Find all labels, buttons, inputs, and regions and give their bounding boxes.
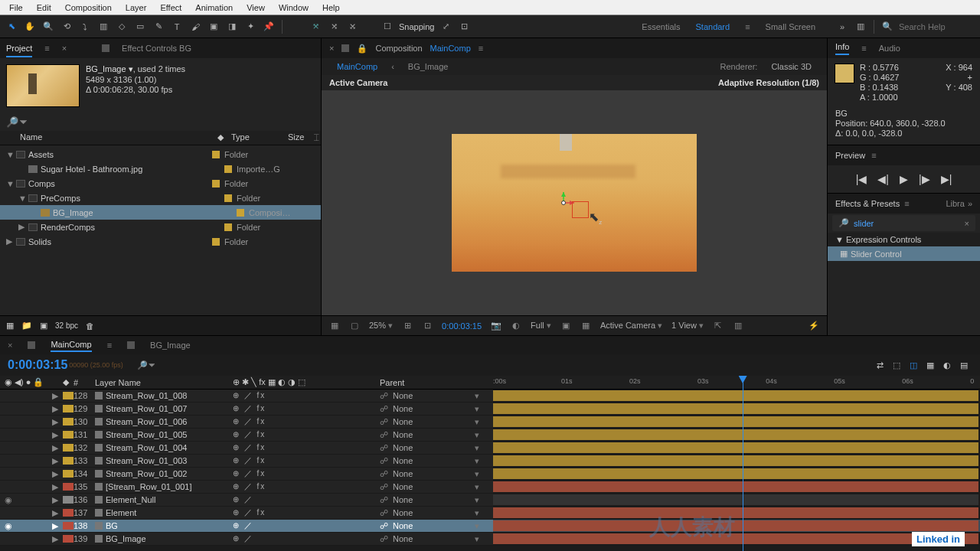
menu-effect[interactable]: Effect [154, 2, 188, 14]
pixel-aspect-icon[interactable]: ▥ [733, 321, 743, 331]
home-icon[interactable]: ⬉ [5, 20, 18, 34]
layer-row-138[interactable]: ◉▶138BG⊕ ／☍None▾ [0, 520, 493, 533]
layer-row-135[interactable]: ▶135[Stream_Row_01_001]⊕ ／ fx☍None▾ [0, 481, 493, 494]
interpret-icon[interactable]: ▦ [6, 321, 14, 331]
workspace-essentials[interactable]: Essentials [642, 22, 680, 31]
camera-icon[interactable]: ▥ [96, 20, 110, 34]
trash-icon[interactable]: 🗑 [86, 321, 94, 331]
project-tree[interactable]: ▼AssetsFolderSugar Hotel - Bathroom.jpgI… [0, 145, 321, 315]
layer-row-139[interactable]: ▶139BG_Image⊕ ／☍None▾ [0, 533, 493, 546]
selection-box[interactable] [572, 201, 589, 218]
comp-name[interactable]: MainComp [430, 44, 471, 53]
tab-audio[interactable]: Audio [879, 44, 900, 53]
tab-effect-controls[interactable]: Effect Controls BG [122, 41, 191, 56]
overflow-icon[interactable]: » [835, 20, 849, 34]
pen-icon[interactable]: ✎ [152, 20, 165, 34]
new-folder-icon[interactable]: 📁 [21, 321, 32, 331]
layer-row-128[interactable]: ▶128Stream_Row_01_008⊕ ／ fx☍None▾ [0, 390, 493, 403]
axis-world-icon[interactable]: ⤨ [327, 20, 341, 34]
motion-blur-icon[interactable]: ◐ [943, 360, 951, 370]
snap-opt1-icon[interactable]: ⤢ [439, 20, 453, 34]
close-icon[interactable]: × [8, 341, 12, 350]
snap-opt2-icon[interactable]: ⊡ [458, 20, 472, 34]
tree-item-bg-image[interactable]: BG_ImageComposi… [0, 205, 321, 220]
orbit-icon[interactable]: ⟲ [60, 20, 74, 34]
play-button[interactable]: ▶ [900, 173, 908, 185]
close-icon[interactable]: × [62, 44, 67, 53]
composition-viewer[interactable]: ⬉z [322, 90, 827, 315]
workspace-standard[interactable]: Standard [696, 22, 730, 31]
menu-layer[interactable]: Layer [119, 2, 153, 14]
current-timecode[interactable]: 0:00:03:15 [8, 358, 67, 372]
comp-button-icon[interactable]: ⬚ [893, 360, 900, 370]
clear-icon[interactable]: × [965, 219, 969, 228]
current-time[interactable]: 0:00:03:15 [442, 321, 482, 331]
layer-row-134[interactable]: ▶134Stream_Row_01_002⊕ ／ fx☍None▾ [0, 468, 493, 481]
layer-row-129[interactable]: ▶129Stream_Row_01_007⊕ ／ fx☍None▾ [0, 403, 493, 416]
rotate-icon[interactable]: ⤵ [78, 20, 92, 34]
snapshot-icon[interactable]: 📷 [491, 321, 501, 331]
tree-item-precomps[interactable]: ▼PreCompsFolder [0, 191, 321, 205]
menu-help[interactable]: Help [316, 2, 346, 14]
layer-row-132[interactable]: ▶132Stream_Row_01_004⊕ ／ fx☍None▾ [0, 442, 493, 455]
roi-icon[interactable]: ▣ [560, 321, 571, 331]
close-icon[interactable]: × [329, 44, 334, 53]
shy-icon[interactable]: ⇄ [877, 360, 884, 370]
fast-preview-icon[interactable]: ⚡ [808, 321, 819, 331]
last-frame-button[interactable]: ▶| [941, 173, 952, 185]
col-type[interactable]: Type [231, 132, 288, 142]
camera-dropdown[interactable]: Active Camera [600, 321, 662, 331]
tree-item-solids[interactable]: ▶SolidsFolder [0, 234, 321, 249]
res-icon[interactable]: ⊞ [402, 321, 413, 331]
first-frame-button[interactable]: |◀ [856, 173, 867, 185]
grid2-icon[interactable]: ▦ [580, 321, 591, 331]
layer-row-133[interactable]: ▶133Stream_Row_01_003⊕ ／ fx☍None▾ [0, 455, 493, 468]
always-preview-icon[interactable]: ▦ [329, 321, 340, 331]
brush-icon[interactable]: 🖌 [188, 20, 202, 34]
crumb-bgimage[interactable]: BG_Image [408, 62, 449, 71]
hand-icon[interactable]: ✋ [23, 20, 37, 34]
resolution-dropdown[interactable]: Full [531, 321, 551, 331]
menu-animation[interactable]: Animation [189, 2, 239, 14]
axis-local-icon[interactable]: ⤧ [309, 20, 322, 34]
item-name[interactable]: BG_Image ▾ [86, 64, 133, 73]
puppet-icon[interactable]: 📌 [262, 20, 276, 34]
renderer-value[interactable]: Classic 3D [771, 62, 812, 71]
search-help-input[interactable] [899, 22, 975, 31]
tree-item-rendercomps[interactable]: ▶RenderCompsFolder [0, 220, 321, 234]
eraser-icon[interactable]: ◨ [225, 20, 239, 34]
zoom-dropdown[interactable]: 25% [369, 321, 393, 331]
roto-icon[interactable]: ✦ [243, 20, 257, 34]
tab-project[interactable]: Project [6, 41, 32, 56]
zoom-icon[interactable]: 🔍 [41, 20, 55, 34]
axis-view-icon[interactable]: ⤩ [345, 20, 359, 34]
tab-libraries[interactable]: Libra [946, 199, 964, 208]
layer-row-136[interactable]: ◉▶136Element_Null⊕ ／☍None▾ [0, 494, 493, 507]
prev-frame-button[interactable]: ◀| [877, 173, 889, 185]
frame-blend-icon[interactable]: ▦ [926, 360, 934, 370]
bit-depth[interactable]: 32 bpc [55, 321, 78, 330]
crumb-maincomp[interactable]: MainComp [337, 62, 377, 71]
overflow-icon[interactable]: » [968, 199, 972, 208]
tree-item-comps[interactable]: ▼CompsFolder [0, 176, 321, 191]
col-index[interactable]: # [74, 378, 95, 387]
stamp-icon[interactable]: ▣ [207, 20, 220, 34]
preset-slider-control[interactable]: ▦Slider Control [828, 246, 980, 261]
tab-preview[interactable]: Preview [835, 151, 865, 160]
channel-icon[interactable]: ◐ [511, 321, 521, 331]
next-frame-button[interactable]: |▶ [919, 173, 930, 185]
rect-icon[interactable]: ▭ [133, 20, 147, 34]
menu-edit[interactable]: Edit [31, 2, 57, 14]
col-layername[interactable]: Layer Name [95, 378, 233, 387]
layer-bars[interactable] [493, 390, 980, 551]
new-comp-icon[interactable]: ▣ [40, 321, 47, 331]
menu-file[interactable]: File [3, 2, 29, 14]
text-icon[interactable]: T [170, 20, 184, 34]
effects-search-input[interactable] [854, 219, 960, 228]
share-icon[interactable]: ⇱ [713, 321, 724, 331]
tree-item-sugar-hotel-bathroom-jpg[interactable]: Sugar Hotel - Bathroom.jpgImporte…G [0, 161, 321, 176]
graph-icon[interactable]: ▤ [960, 360, 968, 370]
col-name[interactable]: Name [20, 132, 217, 142]
menu-window[interactable]: Window [273, 2, 315, 14]
transparency-icon[interactable]: ▢ [349, 321, 360, 331]
